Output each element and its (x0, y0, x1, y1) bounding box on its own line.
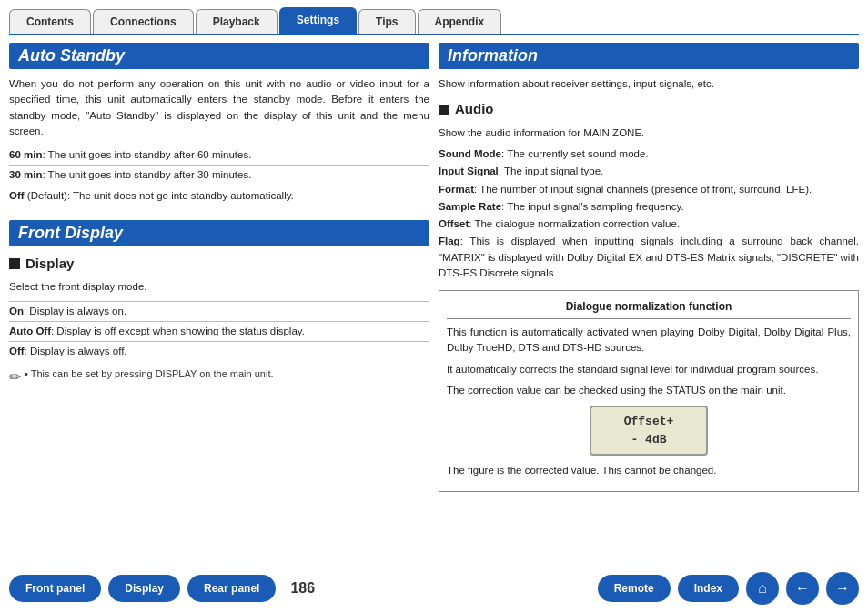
dialogue-body3: The correction value can be checked usin… (447, 383, 851, 398)
lcd-display: Offset+ - 4dB (590, 406, 708, 456)
auto-standby-body: When you do not perform any operation on… (9, 76, 429, 206)
format-label: Format (439, 184, 474, 195)
display-text-off: : Display is always off. (25, 346, 127, 356)
display-label-autooff: Auto Off (9, 326, 51, 336)
soundmode-label: Sound Mode (439, 148, 501, 159)
tab-settings[interactable]: Settings (279, 7, 357, 34)
remote-button[interactable]: Remote (598, 575, 671, 602)
audio-square-icon (439, 105, 449, 115)
dialogue-title: Dialogue normalization function (447, 298, 851, 319)
standby-label-off: Off (9, 190, 25, 201)
display-text-on: : Display is always on. (24, 306, 126, 316)
audio-item-flag: Flag: This is displayed when inputting s… (439, 234, 859, 281)
display-row-on: On: Display is always on. (9, 301, 429, 321)
audio-item-offset: Offset: The dialogue normalization corre… (439, 216, 859, 232)
audio-item-inputsignal: Input Signal: The input signal type. (439, 164, 859, 179)
information-intro: Show information about receiver settings… (439, 76, 859, 92)
forward-button[interactable]: → (826, 572, 859, 605)
inputsignal-text: : The input signal type. (499, 166, 604, 176)
audio-body: Show the audio information for MAIN ZONE… (439, 125, 859, 141)
audio-item-samplerate: Sample Rate: The input signal's sampling… (439, 199, 859, 215)
index-button[interactable]: Index (678, 575, 739, 602)
home-button[interactable]: ⌂ (746, 572, 779, 605)
dialogue-footer: The figure is the corrected value. This … (447, 463, 851, 478)
standby-row-60min: 60 min: The unit goes into standby after… (9, 145, 429, 165)
standby-text-30min: : The unit goes into standby after 30 mi… (42, 169, 251, 180)
standby-text-60min: : The unit goes into standby after 60 mi… (42, 149, 251, 160)
display-sub-header: Display (9, 254, 429, 275)
display-button[interactable]: Display (108, 575, 180, 602)
offset-label: Offset (439, 218, 469, 229)
standby-text-off: : The unit does not go into standby auto… (67, 190, 294, 201)
right-column: Information Show information about recei… (439, 35, 859, 552)
display-text-autooff: : Display is off except when showing the… (51, 326, 305, 336)
display-sub-title: Display (25, 254, 74, 275)
soundmode-text: : The currently set sound mode. (501, 148, 649, 159)
standby-suffix-off: (Default) (25, 190, 67, 201)
front-panel-button[interactable]: Front panel (9, 575, 101, 602)
samplerate-label: Sample Rate (439, 201, 501, 212)
dialogue-normalization-box: Dialogue normalization function This fun… (439, 290, 859, 492)
lcd-line1: Offset+ (624, 415, 674, 428)
auto-standby-header: Auto Standby (9, 43, 429, 69)
dialogue-body1: This function is automatically activated… (447, 325, 851, 356)
offset-text: : The dialogue normalization correction … (469, 218, 680, 229)
front-display-header: Front Display (9, 220, 429, 246)
audio-items-list: Sound Mode: The currently set sound mode… (439, 146, 859, 281)
tab-tips[interactable]: Tips (358, 9, 415, 34)
display-note-row: ✏ • This can be set by pressing DISPLAY … (9, 366, 429, 388)
standby-label-30min: 30 min (9, 169, 42, 180)
home-icon: ⌂ (758, 580, 767, 597)
tab-appendix[interactable]: Appendix (418, 9, 502, 34)
front-display-body: Display Select the front display mode. O… (9, 254, 429, 389)
display-row-autooff: Auto Off: Display is off except when sho… (9, 321, 429, 341)
display-body-text: Select the front display mode. (9, 279, 429, 295)
inputsignal-label: Input Signal (439, 166, 499, 176)
display-square-icon (9, 258, 20, 269)
audio-item-soundmode: Sound Mode: The currently set sound mode… (439, 146, 859, 162)
standby-row-off: Off (Default): The unit does not go into… (9, 186, 429, 206)
audio-item-format: Format: The number of input signal chann… (439, 182, 859, 197)
format-text: : The number of input signal channels (p… (474, 184, 812, 195)
page-number: 186 (290, 580, 315, 597)
pencil-icon: ✏ (9, 366, 21, 388)
display-label-off: Off (9, 346, 25, 356)
tab-playback[interactable]: Playback (196, 9, 278, 34)
information-header: Information (439, 43, 859, 69)
audio-sub-header: Audio (439, 99, 859, 120)
auto-standby-description: When you do not perform any operation on… (9, 76, 429, 139)
information-body: Show information about receiver settings… (439, 76, 859, 492)
forward-icon: → (835, 580, 850, 597)
nav-tabs: Contents Connections Playback Settings T… (0, 0, 868, 34)
audio-sub-title: Audio (455, 99, 494, 120)
bottom-nav: Front panel Display Rear panel 186 Remot… (0, 565, 868, 612)
back-icon: ← (795, 580, 810, 597)
left-column: Auto Standby When you do not perform any… (9, 35, 429, 552)
rear-panel-button[interactable]: Rear panel (187, 575, 276, 602)
lcd-line2: - 4dB (631, 433, 666, 446)
dialogue-body: This function is automatically activated… (447, 325, 851, 478)
tab-connections[interactable]: Connections (93, 9, 194, 34)
back-button[interactable]: ← (786, 572, 819, 605)
dialogue-body2: It automatically corrects the standard s… (447, 362, 851, 377)
flag-label: Flag (439, 236, 460, 246)
display-note-text: • This can be set by pressing DISPLAY on… (25, 366, 274, 382)
standby-label-60min: 60 min (9, 149, 42, 160)
tab-contents[interactable]: Contents (9, 9, 91, 34)
display-row-off: Off: Display is always off. (9, 341, 429, 361)
main-content: Auto Standby When you do not perform any… (0, 35, 868, 552)
flag-text: : This is displayed when inputting signa… (439, 236, 859, 278)
samplerate-text: : The input signal's sampling frequency. (501, 201, 684, 212)
display-label-on: On (9, 306, 24, 316)
standby-row-30min: 30 min: The unit goes into standby after… (9, 165, 429, 185)
